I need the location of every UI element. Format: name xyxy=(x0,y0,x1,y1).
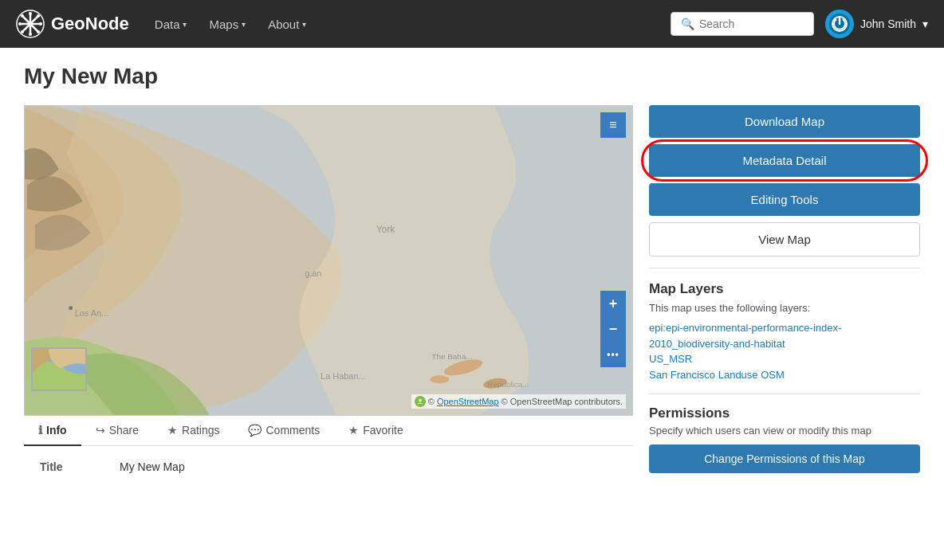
svg-point-9 xyxy=(39,22,42,25)
logo[interactable]: GeoNode xyxy=(16,10,129,38)
divider-permissions xyxy=(649,394,920,394)
tab-share[interactable]: ↪ Share xyxy=(81,416,153,446)
permissions-section: Permissions Specify which users can view… xyxy=(649,405,920,473)
svg-point-11 xyxy=(37,30,40,33)
thumbnail-svg xyxy=(33,349,87,391)
map-thumbnail[interactable] xyxy=(31,347,87,391)
tab-favorite-label: Favorite xyxy=(363,424,403,437)
svg-point-6 xyxy=(29,12,32,15)
svg-point-5 xyxy=(28,22,33,26)
info-title-row: Title My New Map xyxy=(24,457,633,476)
user-power-icon xyxy=(832,16,848,32)
navbar-right: 🔍 John Smith ▾ xyxy=(671,10,928,38)
svg-text:Republica...: Republica... xyxy=(487,380,529,389)
page-title: My New Map xyxy=(24,64,920,89)
svg-point-8 xyxy=(18,22,22,25)
permissions-title: Permissions xyxy=(649,405,920,421)
layer-link-1[interactable]: US_MSR xyxy=(649,351,920,367)
divider-layers xyxy=(649,268,920,268)
map-layers-subtitle: This map uses the following layers: xyxy=(649,302,920,314)
main-layout: York g.an Los An... La Haban... The Baha… xyxy=(24,105,920,488)
map-layers-title: Map Layers xyxy=(649,281,920,297)
share-icon: ↪ xyxy=(96,424,105,437)
search-icon: 🔍 xyxy=(681,18,694,30)
zoom-in-button[interactable]: + xyxy=(600,291,626,316)
tab-info[interactable]: ℹ Info xyxy=(24,416,81,446)
map-zoom-controls: + − ••• xyxy=(600,291,626,367)
layer-link-0[interactable]: epi:epi-environmental-performance-index-… xyxy=(649,320,920,351)
metadata-btn-wrapper: Metadata Detail xyxy=(649,144,920,177)
nav-item-data[interactable]: Data ▾ xyxy=(145,11,197,37)
view-map-button[interactable]: View Map xyxy=(649,222,920,257)
info-section: Title My New Map xyxy=(24,446,633,488)
zoom-out-button[interactable]: − xyxy=(600,316,626,342)
tab-favorite[interactable]: ★ Favorite xyxy=(334,416,418,446)
about-chevron-icon: ▾ xyxy=(302,20,306,29)
map-attribution: © OpenStreetMap © OpenStreetMap contribu… xyxy=(411,394,626,409)
zoom-options-button[interactable]: ••• xyxy=(600,342,626,367)
search-input[interactable] xyxy=(699,18,804,30)
info-title-label: Title xyxy=(40,460,104,473)
comments-icon: 💬 xyxy=(248,424,262,437)
tab-share-label: Share xyxy=(109,424,139,437)
nav-item-about[interactable]: About ▾ xyxy=(258,11,316,37)
map-area[interactable]: York g.an Los An... La Haban... The Baha… xyxy=(24,105,633,416)
tab-comments[interactable]: 💬 Comments xyxy=(234,416,334,446)
tab-ratings[interactable]: ★ Ratings xyxy=(153,416,234,446)
osm-logo-icon xyxy=(415,396,426,407)
svg-text:The Baha...: The Baha... xyxy=(431,352,472,361)
svg-text:La Haban...: La Haban... xyxy=(321,371,366,381)
tab-ratings-label: Ratings xyxy=(182,424,219,437)
geonode-logo-icon xyxy=(16,10,45,38)
search-box[interactable]: 🔍 xyxy=(671,12,814,36)
svg-point-13 xyxy=(21,30,24,33)
layer-item-0: epi:epi-environmental-performance-index-… xyxy=(649,320,920,351)
svg-point-30 xyxy=(419,399,422,402)
ratings-icon: ★ xyxy=(167,424,178,437)
avatar-inner xyxy=(829,14,850,34)
user-area[interactable]: John Smith ▾ xyxy=(825,10,928,38)
change-permissions-button[interactable]: Change Permissions of this Map xyxy=(649,444,920,473)
user-name: John Smith xyxy=(860,18,916,30)
svg-point-19 xyxy=(430,375,449,383)
favorite-icon: ★ xyxy=(348,424,359,437)
info-title-value: My New Map xyxy=(120,460,185,473)
metadata-detail-button[interactable]: Metadata Detail xyxy=(649,144,920,177)
nav-item-maps[interactable]: Maps ▾ xyxy=(199,11,255,37)
maps-chevron-icon: ▾ xyxy=(242,20,246,29)
map-container: York g.an Los An... La Haban... The Baha… xyxy=(24,105,633,488)
download-map-button[interactable]: Download Map xyxy=(649,105,920,138)
navbar: GeoNode Data ▾ Maps ▾ About ▾ 🔍 xyxy=(0,0,944,48)
map-svg: York g.an Los An... La Haban... The Baha… xyxy=(25,106,632,415)
osm-link[interactable]: OpenStreetMap xyxy=(437,397,499,406)
page-content: My New Map xyxy=(0,48,944,503)
navbar-left: GeoNode Data ▾ Maps ▾ About ▾ xyxy=(16,10,316,38)
svg-text:g.an: g.an xyxy=(305,268,321,278)
tab-info-label: Info xyxy=(46,424,67,437)
map-menu-button[interactable]: ≡ xyxy=(600,112,626,138)
tab-comments-label: Comments xyxy=(266,424,320,437)
svg-text:Los An...: Los An... xyxy=(75,308,109,318)
attribution-text: © OpenStreetMap © OpenStreetMap contribu… xyxy=(428,397,623,406)
right-panel: Download Map Metadata Detail Editing Too… xyxy=(649,105,920,488)
layer-link-2[interactable]: San Francisco Landuse OSM xyxy=(649,367,920,383)
svg-point-27 xyxy=(69,306,73,310)
svg-text:York: York xyxy=(376,224,395,235)
info-icon: ℹ xyxy=(38,424,42,437)
permissions-subtitle: Specify which users can view or modify t… xyxy=(649,425,920,437)
svg-point-7 xyxy=(29,33,32,36)
svg-point-10 xyxy=(21,14,24,18)
brand-name: GeoNode xyxy=(51,14,129,34)
user-chevron-icon: ▾ xyxy=(922,18,928,30)
editing-tools-button[interactable]: Editing Tools xyxy=(649,183,920,216)
svg-point-12 xyxy=(37,14,40,18)
data-chevron-icon: ▾ xyxy=(183,20,187,29)
tabs-bar: ℹ Info ↪ Share ★ Ratings 💬 Comments ★ xyxy=(24,416,633,446)
nav-links: Data ▾ Maps ▾ About ▾ xyxy=(145,11,317,37)
avatar xyxy=(825,10,854,38)
